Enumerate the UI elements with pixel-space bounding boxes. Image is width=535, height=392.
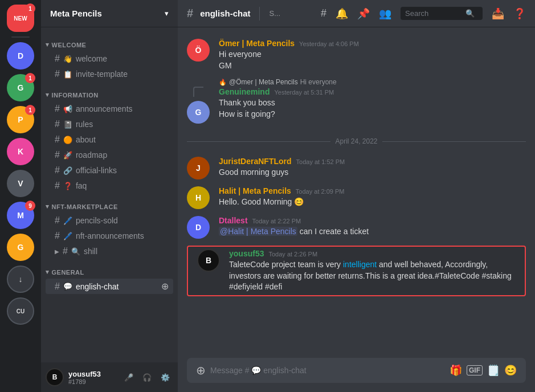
gift-icon[interactable]: 🎁 <box>450 364 462 377</box>
channel-invite-template[interactable]: # 📋 invite-template <box>46 67 173 81</box>
message-text: Thank you boss <box>219 97 526 109</box>
sticker-icon[interactable]: 🗒️ <box>487 364 500 377</box>
help-icon[interactable]: ❓ <box>513 7 526 20</box>
gif-icon[interactable]: GIF <box>467 365 483 375</box>
emoji-icon[interactable]: 😊 <box>504 364 517 377</box>
date-label: April 24, 2022 <box>335 137 377 145</box>
bell-icon[interactable]: 🔔 <box>336 7 348 20</box>
category-welcome: ▾ WELCOME <box>41 32 178 51</box>
message-author[interactable]: yousuf53 <box>229 249 264 258</box>
headphone-icon[interactable]: 🎧 <box>139 369 155 385</box>
message-header: Genuinemind Yesterday at 5:31 PM <box>219 87 526 96</box>
channel-title: english-chat <box>200 9 250 18</box>
server-header[interactable]: Meta Pencils ▾ <box>41 0 178 27</box>
message-content: 🔥 @Ömer | Meta Pencils Hi everyone Genui… <box>219 78 526 124</box>
server-icon-7[interactable]: G <box>7 234 34 261</box>
header-icons: # 🔔 📌 👥 🔍 📥 ❓ <box>321 7 526 20</box>
search-bar[interactable]: 🔍 <box>401 7 483 20</box>
date-divider: April 24, 2022 <box>178 128 535 154</box>
channel-english-chat[interactable]: # 💬 english-chat ⊕ <box>46 279 173 294</box>
message-content: Halit | Meta Pencils Today at 2:09 PM He… <box>219 186 526 209</box>
channel-rules[interactable]: # 📓 rules <box>46 117 173 132</box>
members-icon[interactable]: 👥 <box>379 7 391 20</box>
message-author[interactable]: Ömer | Meta Pencils <box>219 39 295 48</box>
channel-welcome[interactable]: # 👋 welcome <box>46 51 173 66</box>
add-member-icon[interactable]: ⊕ <box>161 281 169 292</box>
channel-faq[interactable]: # ❓ faq <box>46 178 173 193</box>
chat-header: # english-chat S... # 🔔 📌 👥 🔍 📥 ❓ <box>178 0 535 27</box>
channel-shill[interactable]: ▶ # 🔍 shill <box>46 244 173 259</box>
channel-roadmap[interactable]: # 🚀 roadmap <box>46 148 173 162</box>
avatar: J <box>187 157 210 179</box>
server-icon-new[interactable]: NEW 1 <box>7 5 34 32</box>
channel-official-links[interactable]: # 🔗 official-links <box>46 163 173 178</box>
server-icon-4[interactable]: K <box>7 138 34 165</box>
channel-hash-icon: # <box>187 7 193 20</box>
search-input[interactable] <box>405 9 462 18</box>
message-text: Good morning guys <box>219 167 526 178</box>
category-general: ▾ GENERAL <box>41 259 178 278</box>
pin-icon[interactable]: 📌 <box>357 7 370 20</box>
server-icon-1[interactable]: D <box>7 42 34 70</box>
footer-icons: 🎤 🎧 ⚙️ <box>121 369 173 385</box>
reply-preview: 🔥 @Ömer | Meta Pencils Hi everyone <box>219 78 526 86</box>
avatar-col: G <box>187 78 210 124</box>
category-nft: ▾ NFT-MARKETPLACE <box>41 194 178 213</box>
message-group: Ö Ömer | Meta Pencils Yesterday at 4:06 … <box>178 36 535 74</box>
microphone-icon[interactable]: 🎤 <box>121 369 137 385</box>
server-icon-2[interactable]: G1 <box>7 74 34 101</box>
channel-announcements[interactable]: # 📢 announcements <box>46 101 173 116</box>
message-group: H Halit | Meta Pencils Today at 2:09 PM … <box>178 184 535 211</box>
add-icon[interactable]: ⊕ <box>196 364 206 377</box>
channel-about[interactable]: # 🟠 about <box>46 132 173 147</box>
message-content: yousuf53 Today at 2:26 PM TaleteCode pro… <box>229 249 516 293</box>
channel-emoji: 📋 <box>63 70 72 79</box>
reply-text: Hi everyone <box>300 78 337 86</box>
message-timestamp: Today at 2:22 PM <box>252 218 301 224</box>
reply-line <box>187 78 210 101</box>
settings-icon[interactable]: ⚙️ <box>157 369 173 385</box>
highlighted-message-text: TaleteCode project team is very intellig… <box>229 259 516 293</box>
chat-input-area: ⊕ 🎁 GIF 🗒️ 😊 <box>178 349 535 392</box>
channel-emoji: 📢 <box>63 105 72 113</box>
chevron-icon: ▾ <box>46 91 50 99</box>
message-content: JuristDeraNFTLord Today at 1:52 PM Good … <box>219 157 526 179</box>
hash-icon[interactable]: # <box>321 7 326 19</box>
message-author[interactable]: Halit | Meta Pencils <box>219 186 291 195</box>
chevron-down-icon: ▾ <box>165 9 169 18</box>
server-icon-6[interactable]: M9 <box>7 202 34 229</box>
server-icon-5[interactable]: V <box>7 170 34 197</box>
message-text: Hello. Good Morning 😊 <box>219 197 526 208</box>
channel-emoji: 🔍 <box>71 247 80 256</box>
channel-pencils-sold[interactable]: # 🖊️ pencils-sold <box>46 213 173 228</box>
chat-input[interactable] <box>210 366 445 375</box>
channel-emoji: ❓ <box>63 182 72 190</box>
highlight-word: intelligent <box>343 260 377 269</box>
message-author[interactable]: Dtallest <box>219 216 248 225</box>
hash-icon: # <box>55 181 60 191</box>
server-icon-9[interactable]: CU <box>7 297 34 325</box>
message-author[interactable]: JuristDeraNFTLord <box>219 157 292 166</box>
message-author[interactable]: Genuinemind <box>219 87 269 96</box>
message-content: Ömer | Meta Pencils Yesterday at 4:06 PM… <box>219 39 526 71</box>
mention[interactable]: @Halit | Meta Pencils <box>219 227 297 236</box>
channel-emoji: 🔗 <box>63 166 72 175</box>
message-group: D Dtallest Today at 2:22 PM @Halit | Met… <box>178 214 535 241</box>
channel-nft-announcements[interactable]: # 🖊️ nft-announcements <box>46 228 173 243</box>
hash-icon: # <box>55 54 60 64</box>
server-icon-3[interactable]: P1 <box>7 106 34 133</box>
server-icon-8[interactable]: ↓ <box>7 266 34 293</box>
server-bar: NEW 1 D G1 P1 K V M9 G ↓ CU <box>0 0 41 392</box>
inbox-icon[interactable]: 📥 <box>492 7 504 20</box>
highlighted-message-group: B yousuf53 Today at 2:26 PM TaleteCode p… <box>187 246 526 296</box>
sidebar-footer: B yousuf53 #1789 🎤 🎧 ⚙️ <box>41 362 178 392</box>
avatar: D <box>187 216 210 239</box>
chevron-icon: ▾ <box>46 268 50 276</box>
user-info: yousuf53 #1789 <box>68 370 116 385</box>
message-text: @Halit | Meta Pencils can I create a tic… <box>219 226 526 238</box>
messages-list: Ö Ömer | Meta Pencils Yesterday at 4:06 … <box>178 27 535 349</box>
message-timestamp: Today at 1:52 PM <box>296 158 345 165</box>
avatar: H <box>187 186 210 209</box>
message-timestamp: Today at 2:09 PM <box>296 188 345 195</box>
server-divider <box>11 36 30 38</box>
